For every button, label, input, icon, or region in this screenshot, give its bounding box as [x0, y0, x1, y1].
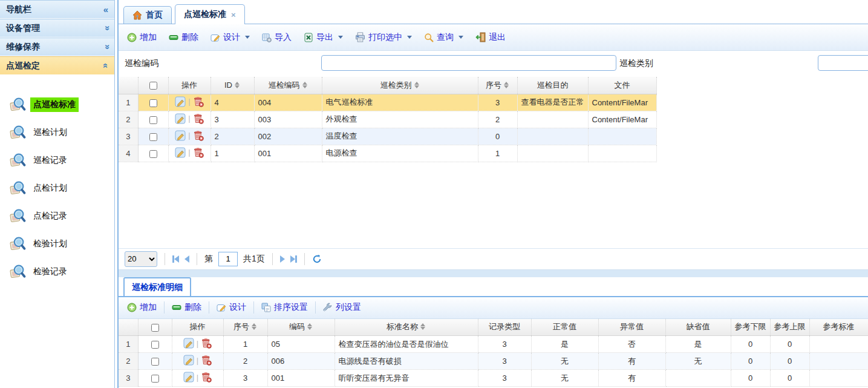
cell-name: 电源线是否有破损 [334, 353, 478, 370]
page-size-select[interactable]: 20 [125, 251, 157, 267]
print-selected-button[interactable]: 打印选中 [355, 32, 412, 43]
button-label: 列设置 [336, 302, 361, 313]
edit-icon[interactable] [183, 372, 194, 383]
trash-icon[interactable] [193, 147, 204, 158]
sidebar-header-maintenance[interactable]: 维修保养 « [0, 38, 114, 56]
select-all-checkbox[interactable] [151, 324, 159, 332]
cell-abnormal: 否 [598, 336, 665, 353]
edit-icon[interactable] [175, 147, 186, 158]
row-number: 4 [119, 145, 138, 162]
detail-delete-button[interactable]: 删除 [172, 302, 201, 313]
col-code[interactable]: 编码 [267, 319, 334, 336]
page-number-input[interactable] [218, 252, 238, 266]
prev-page-button[interactable] [184, 255, 189, 263]
trash-icon[interactable] [201, 338, 212, 349]
next-page-button[interactable] [280, 255, 285, 263]
trash-icon[interactable] [193, 113, 204, 124]
refresh-icon[interactable] [312, 254, 322, 264]
cell-ref-upper: 0 [770, 336, 809, 353]
col-code[interactable]: 巡检编码 [254, 77, 322, 94]
sidebar-item-check-plan[interactable]: 检验计划 [0, 230, 114, 258]
delete-icon [169, 33, 178, 42]
import-button[interactable]: 导入 [262, 32, 292, 43]
edit-icon[interactable] [175, 113, 186, 124]
row-checkbox[interactable] [149, 150, 157, 158]
sidebar-item-inspection-standard[interactable]: 点巡检标准 [0, 91, 114, 119]
sort-settings-button[interactable]: 排序设置 [261, 302, 308, 313]
detail-tab[interactable]: 巡检标准明细 [123, 277, 191, 296]
design-icon [210, 33, 220, 42]
trash-icon[interactable] [201, 372, 212, 383]
caret-down-icon [458, 36, 463, 39]
col-id[interactable]: ID [210, 77, 254, 94]
row-checkbox[interactable] [149, 99, 157, 107]
trash-icon[interactable] [193, 96, 204, 107]
divider [209, 301, 209, 314]
grid-empty-area [119, 162, 868, 248]
query-button[interactable]: 查询 [424, 32, 463, 43]
column-settings-button[interactable]: 列设置 [323, 302, 361, 313]
col-seq[interactable]: 序号 [223, 319, 267, 336]
row-checkbox[interactable] [151, 341, 159, 349]
tab-home[interactable]: 首页 [123, 6, 172, 24]
cell-seq: 1 [478, 145, 517, 162]
row-checkbox[interactable] [151, 375, 159, 383]
table-row[interactable]: 1 | 4 004 电气巡检标准 3 查看电器是否正常 Content/File… [119, 94, 656, 111]
sidebar-item-spot-plan[interactable]: 点检计划 [0, 174, 114, 202]
trash-icon[interactable] [201, 355, 212, 366]
sidebar-item-patrol-record[interactable]: 巡检记录 [0, 146, 114, 174]
cell-code: 001 [267, 370, 334, 387]
collapse-left-icon[interactable]: « [103, 5, 108, 14]
exit-button[interactable]: 退出 [475, 32, 506, 43]
delete-button[interactable]: 删除 [169, 32, 198, 43]
filter-category-input[interactable] [818, 55, 868, 71]
col-category[interactable]: 巡检类别 [322, 77, 478, 94]
filter-code-input[interactable] [321, 55, 616, 71]
sidebar-item-patrol-plan[interactable]: 巡检计划 [0, 119, 114, 146]
table-row[interactable]: 1 | 1 05 检查变压器的油位是否是假油位 3 是 否 是 0 0 [119, 336, 868, 353]
divider [164, 301, 165, 314]
cell-code: 006 [267, 353, 334, 370]
sidebar-header-inspection[interactable]: 点巡检定 « [0, 56, 114, 75]
table-row[interactable]: 2 | 3 003 外观检查 2 Content/FileMar [119, 111, 656, 128]
table-row[interactable]: 3 | 2 002 温度检查 0 [119, 128, 656, 145]
edit-icon[interactable] [183, 338, 194, 349]
table-row[interactable]: 2 | 2 006 电源线是否有破损 3 无 有 无 0 0 [119, 353, 868, 370]
last-page-button[interactable] [290, 255, 297, 263]
detail-design-button[interactable]: 设计 [217, 302, 246, 313]
sidebar-header-nav[interactable]: 导航栏 « [0, 0, 114, 19]
table-row[interactable]: 4 | 1 001 电源检查 1 [119, 145, 656, 162]
tab-inspection-standard[interactable]: 点巡检标准 × [175, 4, 245, 24]
first-page-button[interactable] [172, 255, 179, 263]
page-count-label: 共1页 [243, 254, 265, 265]
trash-icon[interactable] [193, 130, 204, 141]
add-button[interactable]: 增加 [127, 32, 157, 43]
button-label: 退出 [489, 32, 506, 43]
table-row[interactable]: 3 | 3 001 听听变压器有无异音 3 无 有 0 0 [119, 370, 868, 387]
sidebar-header-label: 设备管理 [6, 23, 40, 34]
chevron-down-icon[interactable]: « [101, 44, 110, 49]
edit-icon[interactable] [175, 96, 186, 107]
col-seq[interactable]: 序号 [478, 77, 517, 94]
cell-ref-lower: 0 [731, 336, 770, 353]
printer-icon [355, 32, 365, 42]
op-separator: | [188, 131, 190, 140]
sidebar-header-equipment[interactable]: 设备管理 « [0, 19, 114, 38]
cell-abnormal: 有 [598, 353, 665, 370]
detail-add-button[interactable]: 增加 [127, 302, 157, 313]
edit-icon[interactable] [183, 355, 194, 366]
chevron-down-icon[interactable]: « [101, 25, 110, 30]
sidebar-item-check-record[interactable]: 检验记录 [0, 258, 114, 286]
design-button[interactable]: 设计 [210, 32, 250, 43]
row-checkbox[interactable] [149, 116, 157, 124]
sidebar-item-spot-record[interactable]: 点检记录 [0, 202, 114, 230]
row-checkbox[interactable] [151, 358, 159, 366]
row-checkbox[interactable] [149, 133, 157, 141]
chevron-up-icon[interactable]: « [101, 63, 110, 68]
edit-icon[interactable] [175, 130, 186, 141]
col-file: 文件 [588, 77, 656, 94]
close-icon[interactable]: × [231, 10, 236, 19]
select-all-checkbox[interactable] [149, 82, 157, 90]
export-button[interactable]: 导出 [304, 32, 343, 43]
col-name[interactable]: 标准名称 [334, 319, 478, 336]
